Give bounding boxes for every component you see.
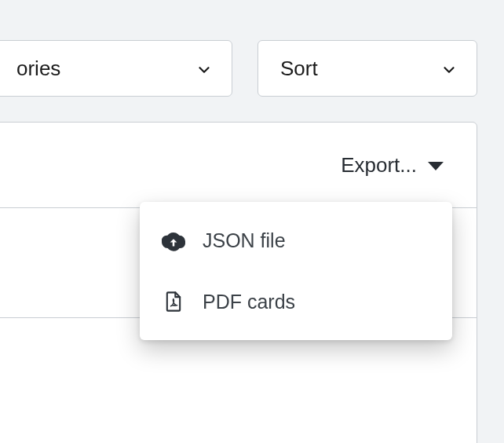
pdf-file-icon [162,290,185,313]
chevron-down-icon [195,60,213,77]
panel-header: Export... [0,123,477,207]
export-json-label: JSON file [203,229,286,252]
categories-select[interactable]: ories [0,40,232,97]
export-json-item[interactable]: JSON file [140,210,452,271]
export-menu: JSON file PDF cards [140,202,452,340]
sort-select[interactable]: Sort [257,40,477,97]
export-button[interactable]: Export... [341,153,444,178]
categories-select-label: ories [16,57,60,81]
export-pdf-label: PDF cards [203,291,295,313]
cloud-download-icon [162,229,185,252]
sort-select-label: Sort [280,57,318,81]
export-pdf-item[interactable]: PDF cards [140,271,452,332]
chevron-down-icon [440,60,458,77]
caret-down-icon [428,162,444,170]
export-button-label: Export... [341,153,417,178]
